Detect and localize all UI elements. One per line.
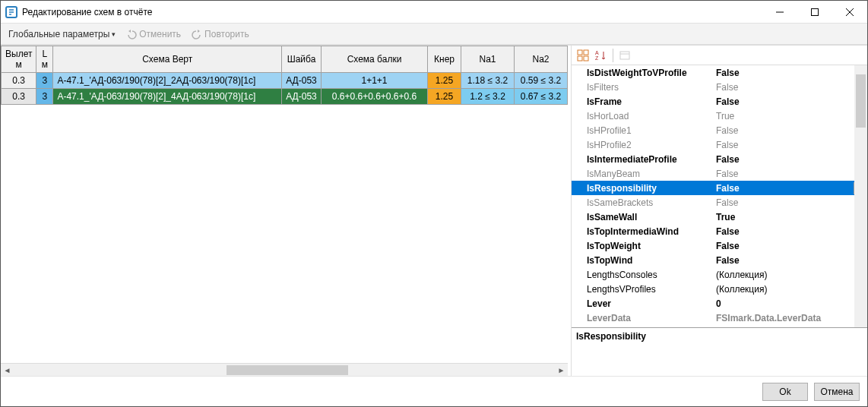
property-value[interactable]: False: [714, 197, 867, 209]
alphabetical-button[interactable]: A Z: [593, 47, 610, 64]
scroll-left-icon[interactable]: ◄: [1, 364, 14, 377]
col-na2[interactable]: Na2: [515, 46, 568, 73]
cell-na1[interactable]: 1.2 ≤ 3.2: [461, 89, 515, 105]
app-icon: [5, 6, 17, 18]
vertical-scrollbar[interactable]: [854, 65, 867, 327]
property-value[interactable]: False▾: [714, 181, 867, 195]
property-value[interactable]: (Коллекция): [714, 269, 867, 281]
cell-kner[interactable]: 1.25: [428, 73, 461, 89]
col-vylet[interactable]: Вылет м: [2, 46, 36, 73]
property-row[interactable]: Lever0: [572, 296, 867, 311]
property-row[interactable]: IsHProfile1False: [572, 123, 867, 137]
property-name: IsDistWeightToVProfile: [585, 67, 714, 79]
cell-shaiba[interactable]: АД-053: [282, 73, 322, 89]
property-row[interactable]: LengthsVProfiles(Коллекция): [572, 282, 867, 296]
cell-L[interactable]: 3: [36, 73, 53, 89]
grid-wrap: Вылет м L м Схема Верт Шайба Схема балки…: [1, 46, 568, 363]
property-name: IsManyBeam: [585, 168, 714, 180]
col-schema-vert[interactable]: Схема Верт: [53, 46, 282, 73]
property-value[interactable]: False: [714, 153, 867, 166]
property-value[interactable]: True: [714, 110, 867, 122]
global-params-menu[interactable]: Глобальные параметры ▾: [5, 27, 119, 41]
main-area: Вылет м L м Схема Верт Шайба Схема балки…: [1, 45, 867, 376]
svg-rect-7: [578, 56, 582, 61]
property-row[interactable]: IsFrameFalse: [572, 94, 867, 109]
property-value[interactable]: False: [714, 67, 867, 79]
property-row[interactable]: IsHorLoadTrue: [572, 109, 867, 123]
property-name: IsFilters: [585, 81, 714, 93]
property-value[interactable]: True: [714, 211, 867, 223]
property-row[interactable]: IsIntermediateProfileFalse: [572, 152, 867, 166]
categorized-button[interactable]: [575, 47, 591, 64]
property-row[interactable]: IsHProfile2False: [572, 137, 867, 152]
property-row[interactable]: IsManyBeamFalse: [572, 166, 867, 181]
property-row[interactable]: IsDistWeightToVProfileFalse: [572, 65, 867, 80]
cancel-button[interactable]: Отмена: [814, 383, 860, 401]
table-row[interactable]: 0.3 3 А-47.1_'АД-063/190(78)[2]_4АД-063/…: [2, 89, 568, 105]
data-grid[interactable]: Вылет м L м Схема Верт Шайба Схема балки…: [1, 46, 568, 105]
property-value[interactable]: False: [714, 96, 867, 108]
property-value[interactable]: FSImark.Data.LeverData: [714, 312, 867, 324]
cell-shaiba[interactable]: АД-053: [282, 89, 322, 105]
toolbar: Глобальные параметры ▾ Отменить Повторит…: [1, 24, 867, 45]
table-row[interactable]: 0.3 3 А-47.1_'АД-063/190(78)[2]_2АД-063/…: [2, 73, 568, 89]
cell-kner[interactable]: 1.25: [428, 89, 461, 105]
scroll-right-icon[interactable]: ►: [555, 364, 568, 377]
property-value[interactable]: False: [714, 254, 867, 267]
col-shaiba[interactable]: Шайба: [282, 46, 322, 73]
col-kner[interactable]: Кнер: [428, 46, 461, 73]
col-L[interactable]: L м: [36, 46, 53, 73]
svg-rect-8: [584, 56, 588, 61]
property-row[interactable]: IsTopWindFalse: [572, 253, 867, 267]
scroll-thumb[interactable]: [227, 365, 348, 375]
undo-button[interactable]: Отменить: [123, 27, 184, 41]
horizontal-scrollbar[interactable]: ◄ ►: [1, 363, 568, 376]
cell-schema-balki[interactable]: 1+1+1: [322, 73, 428, 89]
ok-button[interactable]: Ok: [762, 383, 808, 401]
property-pane: A Z IsDistWeightToVProfileFalseIsFilters…: [571, 46, 867, 376]
property-value[interactable]: False: [714, 81, 867, 93]
property-row[interactable]: IsSameWallTrue: [572, 210, 867, 224]
property-name: IsSameWall: [585, 211, 714, 223]
cell-schema-balki[interactable]: 0.6+0.6+0.6+0.6+0.6: [322, 89, 428, 105]
property-list[interactable]: IsDistWeightToVProfileFalseIsFiltersFals…: [572, 65, 867, 327]
property-value[interactable]: False: [714, 125, 867, 137]
property-description: IsResponsibility: [572, 327, 867, 376]
property-row[interactable]: IsResponsibilityFalse▾: [572, 181, 867, 195]
property-value[interactable]: False: [714, 139, 867, 151]
col-schema-balki[interactable]: Схема балки: [322, 46, 428, 73]
property-row[interactable]: IsFiltersFalse: [572, 80, 867, 94]
cell-na1[interactable]: 1.18 ≤ 3.2: [461, 73, 515, 89]
cell-vylet[interactable]: 0.3: [2, 73, 36, 89]
property-pages-button[interactable]: [616, 47, 633, 64]
cell-L[interactable]: 3: [36, 89, 53, 105]
footer: Ok Отмена: [1, 376, 867, 406]
property-row[interactable]: IsTopIntermediaWindFalse: [572, 224, 867, 238]
property-name: IsIntermediateProfile: [585, 153, 714, 166]
minimize-button[interactable]: [762, 1, 797, 24]
redo-button[interactable]: Повторить: [188, 27, 252, 41]
cell-schema-vert[interactable]: А-47.1_'АД-063/190(78)[2]_4АД-063/190(78…: [53, 89, 282, 105]
cell-schema-vert[interactable]: А-47.1_'АД-063/190(78)[2]_2АД-063/190(78…: [53, 73, 282, 89]
cell-na2[interactable]: 0.59 ≤ 3.2: [515, 73, 568, 89]
vscroll-thumb[interactable]: [856, 74, 866, 128]
property-row[interactable]: IsSameBracketsFalse: [572, 195, 867, 210]
property-value[interactable]: False: [714, 226, 867, 238]
svg-rect-11: [620, 52, 629, 59]
property-value[interactable]: 0: [714, 298, 867, 310]
maximize-button[interactable]: [797, 1, 832, 24]
property-value[interactable]: (Коллекция): [714, 283, 867, 295]
property-row[interactable]: IsTopWeightFalse: [572, 238, 867, 253]
property-name: IsHorLoad: [585, 110, 714, 122]
property-value[interactable]: False: [714, 168, 867, 180]
svg-text:Z: Z: [595, 55, 599, 61]
col-na1[interactable]: Na1: [461, 46, 515, 73]
cell-na2[interactable]: 0.67 ≤ 3.2: [515, 89, 568, 105]
close-button[interactable]: [832, 1, 867, 24]
property-value[interactable]: False: [714, 240, 867, 252]
property-desc-title: IsResponsibility: [576, 331, 646, 342]
property-row[interactable]: LeverDataFSImark.Data.LeverData: [572, 311, 867, 325]
scroll-track[interactable]: [14, 364, 555, 377]
cell-vylet[interactable]: 0.3: [2, 89, 36, 105]
property-row[interactable]: LengthsConsoles(Коллекция): [572, 267, 867, 282]
